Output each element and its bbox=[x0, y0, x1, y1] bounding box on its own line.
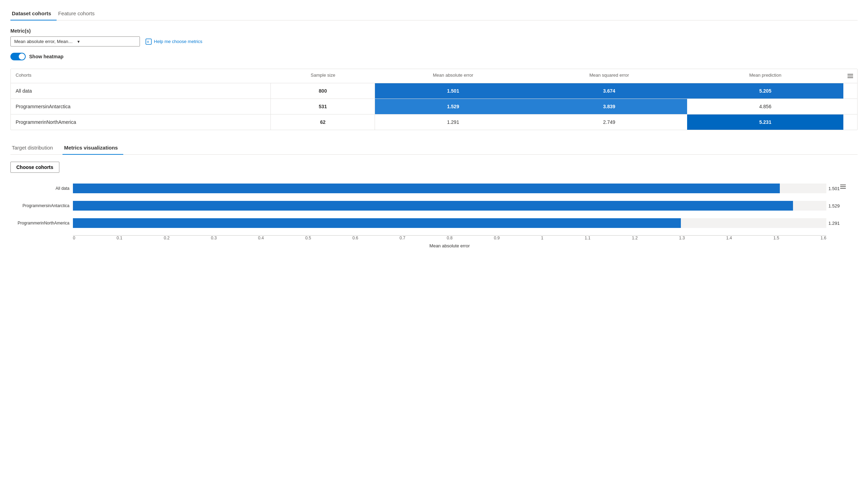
hamburger-line-1 bbox=[848, 74, 853, 75]
tab-metrics-visualizations[interactable]: Metrics visualizations bbox=[62, 141, 123, 155]
tick-15: 1.5 bbox=[773, 236, 779, 240]
cell-sample-2: 62 bbox=[271, 114, 375, 130]
tick-8: 0.8 bbox=[447, 236, 453, 240]
bar-track-1: 1.529 bbox=[73, 201, 826, 211]
table-header: Cohorts Sample size Mean absolute error … bbox=[11, 69, 857, 83]
chart-menu-icon[interactable] bbox=[839, 183, 847, 190]
bar-fill-1 bbox=[73, 201, 793, 211]
tick-7: 0.7 bbox=[400, 236, 406, 240]
tick-13: 1.3 bbox=[679, 236, 685, 240]
bar-track-0: 1.501 bbox=[73, 184, 826, 193]
page-container: Dataset cohorts Feature cohorts Metric(s… bbox=[10, 7, 858, 248]
toggle-row: Show heatmap bbox=[10, 53, 858, 60]
tick-14: 1.4 bbox=[726, 236, 732, 240]
tab-target-distribution[interactable]: Target distribution bbox=[10, 141, 58, 155]
tick-5: 0.5 bbox=[305, 236, 311, 240]
cell-mse-1: 3.839 bbox=[531, 99, 687, 114]
col-header-mae: Mean absolute error bbox=[375, 69, 531, 83]
cell-sample-1: 531 bbox=[271, 99, 375, 114]
x-axis-label: Mean absolute error bbox=[73, 243, 826, 248]
tick-11: 1.1 bbox=[585, 236, 591, 240]
metrics-label: Metric(s) bbox=[10, 28, 858, 34]
cell-mse-2: 2.749 bbox=[531, 114, 687, 130]
col-header-mp: Mean prediction bbox=[687, 69, 843, 83]
chart-inner: All data 1.501 ProgrammersinAntarctica 1… bbox=[10, 183, 847, 248]
choose-cohorts-button[interactable]: Choose cohorts bbox=[10, 162, 59, 173]
toggle-label: Show heatmap bbox=[29, 54, 64, 59]
bar-row-1: ProgrammersinAntarctica 1.529 bbox=[73, 201, 826, 211]
cell-cohort-2: ProgrammerinNorthAmerica bbox=[11, 114, 271, 130]
tab-feature-cohorts[interactable]: Feature cohorts bbox=[57, 7, 100, 20]
cell-cohort-0: All data bbox=[11, 83, 271, 99]
bottom-tabs: Target distribution Metrics visualizatio… bbox=[10, 141, 858, 155]
cell-mp-0: 5.205 bbox=[687, 83, 843, 99]
svg-text:≡: ≡ bbox=[147, 40, 149, 44]
top-tabs: Dataset cohorts Feature cohorts bbox=[10, 7, 858, 20]
dropdown-arrow-icon: ▼ bbox=[77, 40, 136, 44]
bar-row-0: All data 1.501 bbox=[73, 183, 826, 194]
bar-label-1: ProgrammersinAntarctica bbox=[10, 203, 69, 208]
hamburger-line-2 bbox=[848, 76, 853, 76]
help-link-text: Help me choose metrics bbox=[154, 39, 202, 44]
cell-sample-0: 800 bbox=[271, 83, 375, 99]
cell-mae-0: 1.501 bbox=[375, 83, 531, 99]
hamburger-line-3 bbox=[840, 188, 846, 189]
tick-4: 0.4 bbox=[258, 236, 264, 240]
chart-bars-area: All data 1.501 ProgrammersinAntarctica 1… bbox=[73, 183, 826, 248]
tick-9: 0.9 bbox=[494, 236, 500, 240]
cell-mp-1: 4.856 bbox=[687, 99, 843, 114]
col-header-mse: Mean squared error bbox=[531, 69, 687, 83]
tick-1: 0.1 bbox=[117, 236, 123, 240]
cell-menu-2 bbox=[843, 114, 857, 130]
cell-mae-1: 1.529 bbox=[375, 99, 531, 114]
metrics-dropdown-value: Mean absolute error, Mean squared error,… bbox=[14, 39, 74, 44]
cell-mp-2: 5.231 bbox=[687, 114, 843, 130]
metrics-dropdown[interactable]: Mean absolute error, Mean squared error,… bbox=[10, 36, 140, 46]
cell-cohort-1: ProgrammersinAntarctica bbox=[11, 99, 271, 114]
cell-menu-1 bbox=[843, 99, 857, 114]
bar-row-2: ProgrammerinNorthAmerica 1.291 bbox=[73, 218, 826, 228]
bar-label-0: All data bbox=[10, 186, 69, 191]
hamburger-line-2 bbox=[840, 186, 846, 187]
hamburger-line-1 bbox=[840, 185, 846, 185]
chart-bar-rows: All data 1.501 ProgrammersinAntarctica 1… bbox=[73, 183, 826, 228]
tick-12: 1.2 bbox=[632, 236, 638, 240]
bar-value-2: 1.291 bbox=[828, 221, 840, 226]
tick-16: 1.6 bbox=[820, 236, 826, 240]
bar-label-2: ProgrammerinNorthAmerica bbox=[10, 221, 69, 226]
help-icon: ≡ bbox=[145, 39, 152, 45]
table-row: ProgrammerinNorthAmerica 62 1.291 2.749 … bbox=[11, 114, 857, 130]
bar-value-0: 1.501 bbox=[828, 186, 840, 191]
table-row: ProgrammersinAntarctica 531 1.529 3.839 … bbox=[11, 99, 857, 114]
cell-menu-0 bbox=[843, 83, 857, 99]
toggle-thumb bbox=[19, 53, 25, 60]
data-table: Cohorts Sample size Mean absolute error … bbox=[10, 69, 858, 130]
bar-fill-2 bbox=[73, 218, 681, 228]
table-menu-icon[interactable] bbox=[848, 73, 852, 79]
tick-10: 1 bbox=[541, 236, 543, 240]
heatmap-toggle[interactable] bbox=[10, 53, 26, 60]
bar-fill-0 bbox=[73, 184, 780, 193]
col-header-cohorts: Cohorts bbox=[11, 69, 271, 83]
x-axis-ticks: 0 0.1 0.2 0.3 0.4 0.5 0.6 0.7 0.8 0.9 1 … bbox=[73, 235, 826, 240]
tick-0: 0 bbox=[73, 236, 75, 240]
cell-mse-0: 3.674 bbox=[531, 83, 687, 99]
help-link[interactable]: ≡ Help me choose metrics bbox=[145, 39, 202, 45]
bar-value-1: 1.529 bbox=[828, 203, 840, 209]
chart-container: All data 1.501 ProgrammersinAntarctica 1… bbox=[10, 183, 847, 248]
metrics-row: Mean absolute error, Mean squared error,… bbox=[10, 36, 858, 46]
cell-mae-2: 1.291 bbox=[375, 114, 531, 130]
col-header-menu bbox=[843, 69, 857, 83]
tick-3: 0.3 bbox=[211, 236, 217, 240]
bar-track-2: 1.291 bbox=[73, 218, 826, 228]
hamburger-line-3 bbox=[848, 77, 853, 78]
table-row: All data 800 1.501 3.674 5.205 bbox=[11, 83, 857, 99]
col-header-sample-size: Sample size bbox=[271, 69, 375, 83]
tick-6: 0.6 bbox=[352, 236, 358, 240]
tab-dataset-cohorts[interactable]: Dataset cohorts bbox=[10, 7, 57, 20]
tick-2: 0.2 bbox=[164, 236, 170, 240]
